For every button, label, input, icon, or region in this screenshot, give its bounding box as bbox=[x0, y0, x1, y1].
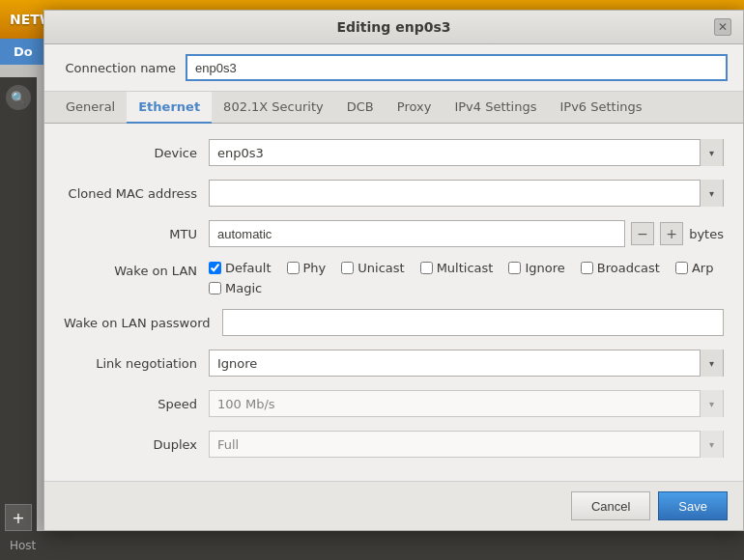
duplex-row: Duplex Full ▾ bbox=[64, 431, 724, 458]
cancel-button[interactable]: Cancel bbox=[571, 491, 650, 520]
sidebar: 🔍 bbox=[0, 77, 37, 560]
duplex-control: Full ▾ bbox=[209, 431, 724, 458]
wake-on-lan-control: Default Phy Unicast Multicast bbox=[209, 261, 724, 295]
mtu-label: MTU bbox=[64, 227, 209, 241]
checkbox-phy-input[interactable] bbox=[287, 262, 300, 274]
speed-row: Speed 100 Mb/s ▾ bbox=[64, 390, 724, 417]
link-negotiation-value: Ignore bbox=[210, 356, 700, 371]
wake-on-lan-label: Wake on LAN bbox=[64, 261, 209, 278]
tab-dcb[interactable]: DCB bbox=[335, 92, 386, 124]
checkbox-default-input[interactable] bbox=[209, 262, 221, 274]
speed-label: Speed bbox=[64, 397, 209, 411]
device-row: Device enp0s3 ▾ bbox=[64, 139, 724, 166]
save-button[interactable]: Save bbox=[658, 491, 728, 520]
device-dropdown[interactable]: enp0s3 ▾ bbox=[209, 139, 724, 166]
tab-proxy[interactable]: Proxy bbox=[386, 92, 444, 124]
speed-control: 100 Mb/s ▾ bbox=[209, 390, 724, 417]
checkbox-default-label: Default bbox=[225, 261, 272, 275]
mtu-unit: bytes bbox=[689, 227, 724, 241]
checkbox-multicast[interactable]: Multicast bbox=[420, 261, 494, 275]
wake-on-lan-row: Wake on LAN Default Phy Unicast bbox=[64, 261, 724, 295]
link-negotiation-dropdown[interactable]: Ignore ▾ bbox=[209, 350, 724, 377]
connection-name-row: Connection name bbox=[44, 44, 743, 92]
checkbox-ignore-input[interactable] bbox=[508, 262, 521, 274]
wol-password-label: Wake on LAN password bbox=[64, 316, 222, 330]
speed-dropdown[interactable]: 100 Mb/s ▾ bbox=[209, 390, 724, 417]
cloned-mac-label: Cloned MAC address bbox=[64, 186, 209, 201]
speed-arrow[interactable]: ▾ bbox=[700, 390, 723, 417]
cloned-mac-row: Cloned MAC address ▾ bbox=[64, 180, 724, 207]
checkbox-arp[interactable]: Arp bbox=[675, 261, 714, 275]
checkbox-magic[interactable]: Magic bbox=[209, 281, 262, 295]
device-label: Device bbox=[64, 146, 209, 160]
device-dropdown-arrow[interactable]: ▾ bbox=[700, 139, 723, 166]
checkbox-magic-label: Magic bbox=[225, 281, 262, 295]
duplex-value: Full bbox=[210, 437, 700, 452]
checkbox-ignore-label: Ignore bbox=[525, 261, 564, 275]
link-negotiation-control: Ignore ▾ bbox=[209, 350, 724, 377]
connection-name-label: Connection name bbox=[60, 61, 176, 75]
duplex-dropdown[interactable]: Full ▾ bbox=[209, 431, 724, 458]
bottom-host-text: Host bbox=[10, 539, 36, 552]
mtu-controls: − + bytes bbox=[209, 220, 724, 247]
tab-ipv6[interactable]: IPv6 Settings bbox=[548, 92, 653, 124]
link-negotiation-label: Link negotiation bbox=[64, 356, 209, 371]
wol-password-row: Wake on LAN password bbox=[64, 309, 724, 336]
device-value: enp0s3 bbox=[210, 146, 700, 160]
dialog-title: Editing enp0s3 bbox=[73, 19, 714, 35]
mtu-minus-button[interactable]: − bbox=[631, 222, 654, 245]
duplex-arrow[interactable]: ▾ bbox=[700, 431, 723, 458]
tab-ipv4[interactable]: IPv4 Settings bbox=[443, 92, 548, 124]
checkbox-unicast[interactable]: Unicast bbox=[341, 261, 404, 275]
device-control: enp0s3 ▾ bbox=[209, 139, 724, 166]
wol-password-control bbox=[222, 309, 724, 336]
checkbox-broadcast-label: Broadcast bbox=[597, 261, 660, 275]
add-button[interactable]: + bbox=[5, 504, 32, 531]
speed-value: 100 Mb/s bbox=[210, 397, 700, 411]
tab-security[interactable]: 802.1X Security bbox=[212, 92, 335, 124]
checkbox-magic-input[interactable] bbox=[209, 282, 221, 294]
link-negotiation-row: Link negotiation Ignore ▾ bbox=[64, 350, 724, 377]
close-button[interactable]: ✕ bbox=[714, 18, 731, 36]
mtu-control: − + bytes bbox=[209, 220, 724, 247]
done-button[interactable]: Do bbox=[0, 39, 46, 65]
cloned-mac-control: ▾ bbox=[209, 180, 724, 207]
editing-dialog: Editing enp0s3 ✕ Connection name General… bbox=[43, 10, 744, 531]
checkbox-broadcast-input[interactable] bbox=[581, 262, 593, 274]
checkbox-arp-input[interactable] bbox=[675, 262, 688, 274]
checkbox-multicast-input[interactable] bbox=[420, 262, 433, 274]
mtu-plus-button[interactable]: + bbox=[660, 222, 683, 245]
mtu-row: MTU − + bytes bbox=[64, 220, 724, 247]
tab-general[interactable]: General bbox=[54, 92, 127, 124]
connection-name-input[interactable] bbox=[186, 54, 728, 81]
duplex-label: Duplex bbox=[64, 437, 209, 452]
checkbox-phy[interactable]: Phy bbox=[287, 261, 327, 275]
tabs-bar: General Ethernet 802.1X Security DCB Pro… bbox=[44, 92, 743, 124]
link-negotiation-arrow[interactable]: ▾ bbox=[700, 350, 723, 377]
checkbox-arp-label: Arp bbox=[692, 261, 714, 275]
cloned-mac-dropdown[interactable]: ▾ bbox=[209, 180, 724, 207]
dialog-footer: Cancel Save bbox=[44, 481, 743, 530]
checkbox-unicast-input[interactable] bbox=[341, 262, 354, 274]
cloned-mac-arrow[interactable]: ▾ bbox=[700, 180, 723, 207]
checkbox-multicast-label: Multicast bbox=[437, 261, 494, 275]
dialog-titlebar: Editing enp0s3 ✕ bbox=[44, 11, 743, 44]
bottom-bar: Host bbox=[0, 531, 744, 560]
checkbox-unicast-label: Unicast bbox=[358, 261, 404, 275]
tab-ethernet[interactable]: Ethernet bbox=[127, 92, 212, 124]
checkbox-phy-label: Phy bbox=[303, 261, 327, 275]
dialog-content: Device enp0s3 ▾ Cloned MAC address ▾ MTU bbox=[44, 124, 743, 481]
wol-password-input[interactable] bbox=[222, 309, 724, 336]
checkbox-broadcast[interactable]: Broadcast bbox=[581, 261, 660, 275]
mtu-input[interactable] bbox=[209, 220, 625, 247]
wake-on-lan-checkboxes: Default Phy Unicast Multicast bbox=[209, 261, 724, 295]
checkbox-default[interactable]: Default bbox=[209, 261, 272, 275]
search-icon[interactable]: 🔍 bbox=[6, 85, 31, 110]
checkbox-ignore[interactable]: Ignore bbox=[508, 261, 564, 275]
